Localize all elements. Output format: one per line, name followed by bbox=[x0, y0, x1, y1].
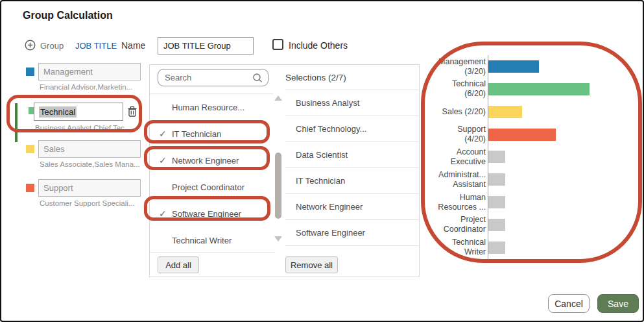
value-label: Network Engineer bbox=[172, 156, 239, 166]
bar-chart: Management(3/20)Technical(6/20)Sales (2/… bbox=[424, 52, 642, 264]
group-item: Sales Sales Associate,Sales Mana... bbox=[25, 140, 144, 178]
group-name-input[interactable]: Technical bbox=[34, 103, 123, 121]
selection-list-item[interactable]: Data Scientist bbox=[285, 142, 419, 168]
add-group-icon[interactable] bbox=[25, 40, 36, 51]
chart-bar bbox=[488, 151, 505, 163]
value-list-item[interactable]: ✓ IT Technician bbox=[150, 121, 273, 147]
chart-row: Management(3/20) bbox=[424, 55, 642, 78]
chart-row: HumanResources ... bbox=[424, 191, 642, 214]
value-list-item[interactable]: Technical Writer bbox=[150, 227, 273, 254]
value-list: Human Resource... ✓ IT Technician ✓ Netw… bbox=[150, 94, 273, 254]
chart-category-label: TechnicalWriter bbox=[424, 236, 486, 259]
group-name-field[interactable] bbox=[158, 37, 254, 55]
value-label: Human Resource... bbox=[172, 103, 244, 112]
name-label: Name bbox=[121, 40, 145, 51]
selection-list-item[interactable]: Chief Technology... bbox=[285, 116, 419, 142]
value-label: Project Coordinator bbox=[172, 182, 244, 192]
search-icon[interactable] bbox=[252, 73, 263, 83]
chart-bar bbox=[488, 219, 505, 231]
value-label: Technical Writer bbox=[172, 236, 232, 245]
group-members-text: Financial Advisor,Marketin... bbox=[40, 83, 132, 91]
selection-list-item[interactable]: Business Analyst bbox=[285, 90, 419, 116]
group-color-swatch bbox=[26, 68, 34, 76]
group-item: Support Customer Support Speciali... bbox=[25, 179, 144, 217]
chart-category-label: Technical(6/20) bbox=[424, 78, 486, 101]
value-list-item[interactable]: ✓ Network Engineer bbox=[150, 147, 273, 174]
chart-category-label: HumanResources ... bbox=[424, 191, 486, 214]
chart-row: AccountExecutive bbox=[424, 145, 642, 168]
group-name-input[interactable]: Management bbox=[38, 63, 141, 80]
chart-row: Sales (2/20) bbox=[424, 101, 642, 123]
chart-bar bbox=[488, 173, 505, 186]
scrollbar-thumb[interactable] bbox=[275, 153, 281, 219]
include-others-label: Include Others bbox=[289, 40, 348, 51]
search-input[interactable] bbox=[158, 69, 268, 86]
chart-bar bbox=[488, 196, 505, 208]
selection-list-item[interactable]: Software Engineer bbox=[285, 220, 419, 246]
selection-list-item[interactable]: IT Technician bbox=[285, 168, 419, 194]
chart-bar bbox=[488, 83, 590, 95]
checkmark-icon: ✓ bbox=[159, 155, 167, 166]
group-color-swatch bbox=[26, 184, 34, 192]
group-members-text: Sales Associate,Sales Mana... bbox=[40, 160, 140, 168]
chart-category-label: Management(3/20) bbox=[424, 55, 486, 78]
group-name-input[interactable]: Sales bbox=[38, 140, 141, 158]
chart-row: TechnicalWriter bbox=[424, 236, 642, 259]
save-button[interactable]: Save bbox=[597, 294, 639, 313]
chart-category-label: AccountExecutive bbox=[424, 145, 486, 168]
value-list-item[interactable]: Human Resource... bbox=[150, 94, 273, 121]
group-color-swatch bbox=[26, 145, 34, 153]
chart-category-label: ProjectCoordinator bbox=[424, 214, 486, 236]
chart-bar bbox=[488, 129, 556, 141]
chart-bar bbox=[488, 242, 505, 254]
group-item: Management Financial Advisor,Marketin... bbox=[25, 63, 144, 101]
add-group-button[interactable]: Group bbox=[40, 41, 64, 51]
values-panel: Human Resource... ✓ IT Technician ✓ Netw… bbox=[149, 64, 420, 277]
group-members-text: Business Analyst,Chief Tec... bbox=[35, 124, 130, 132]
column-link[interactable]: JOB TITLE bbox=[75, 41, 117, 51]
add-all-button[interactable]: Add all bbox=[158, 256, 199, 273]
selection-list-item[interactable]: Network Engineer bbox=[285, 194, 419, 220]
page-title: Group Calculation bbox=[23, 10, 113, 21]
checkmark-icon: ✓ bbox=[159, 208, 167, 219]
chart-row: Technical(6/20) bbox=[424, 78, 642, 101]
group-item: Technical Business Analyst,Chief Tec... bbox=[25, 101, 144, 138]
chart-category-label: Support(4/20) bbox=[424, 123, 486, 146]
chart-bar bbox=[488, 60, 539, 73]
chart-row: Support(4/20) bbox=[424, 123, 642, 146]
group-calculation-dialog: Group Calculation Group JOB TITLE Name I… bbox=[0, 0, 644, 322]
group-members-text: Customer Support Speciali... bbox=[40, 199, 134, 207]
group-name-input[interactable]: Support bbox=[38, 179, 141, 197]
value-list-item[interactable]: ✓ Software Engineer bbox=[150, 201, 273, 227]
include-others-checkbox[interactable] bbox=[272, 39, 283, 50]
value-list-item[interactable]: Project Coordinator bbox=[150, 174, 273, 201]
selections-header: Selections (2/7) bbox=[285, 73, 346, 82]
scroll-up-icon[interactable] bbox=[274, 95, 282, 101]
chart-category-label: Sales (2/20) bbox=[424, 101, 486, 123]
trash-icon[interactable] bbox=[127, 106, 137, 118]
scroll-down-icon[interactable] bbox=[274, 236, 282, 242]
chart-category-label: Administrat...Assistant bbox=[424, 168, 486, 191]
search-box bbox=[158, 69, 268, 86]
checkmark-icon: ✓ bbox=[159, 129, 167, 139]
cancel-button[interactable]: Cancel bbox=[548, 294, 590, 313]
chart-bar bbox=[488, 106, 522, 118]
divider bbox=[150, 252, 275, 253]
remove-all-button[interactable]: Remove all bbox=[285, 256, 338, 273]
selected-indicator bbox=[15, 103, 18, 142]
value-label: Software Engineer bbox=[172, 209, 241, 219]
value-label: IT Technician bbox=[172, 129, 221, 139]
chart-row: Administrat...Assistant bbox=[424, 168, 642, 191]
selections-list: Business AnalystChief Technology...Data … bbox=[285, 90, 419, 246]
chart-row: ProjectCoordinator bbox=[424, 214, 642, 236]
